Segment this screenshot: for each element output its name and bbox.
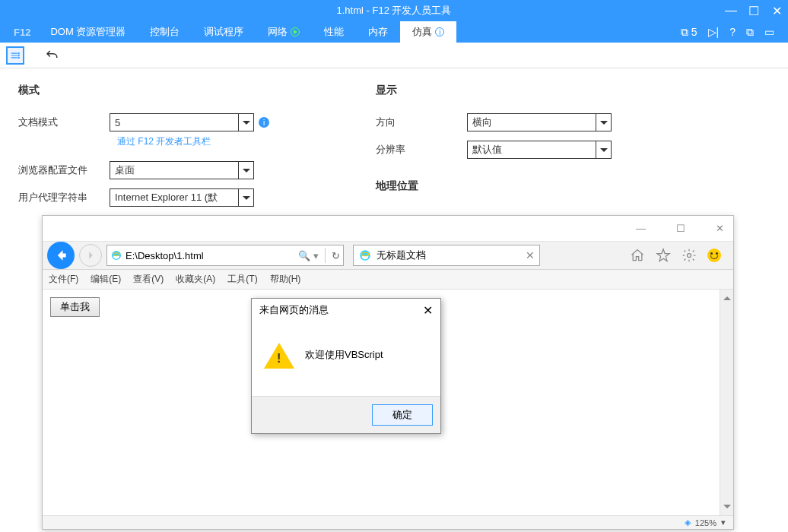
chevron-down-icon [596,114,611,131]
chevron-down-icon [238,189,253,206]
menu-file[interactable]: 文件(F) [49,273,78,286]
tab-emulation-label: 仿真 [412,25,432,39]
alert-titlebar: 来自网页的消息 ✕ [252,299,440,321]
minimize-icon[interactable]: — [636,223,646,234]
chevron-down-icon [238,114,253,131]
zoom-dropdown-icon[interactable]: ▾ [721,518,726,527]
ie-statusbar: ◈ 125% ▾ [43,515,733,529]
tab-debugger[interactable]: 调试程序 [192,21,256,43]
console-shortcut-icon[interactable]: ▷| [708,26,720,38]
tab-performance[interactable]: 性能 [312,21,356,43]
emulation-panel: 模式 文档模式 5 i 通过 F12 开发者工具栏 浏览器配置文件 桌面 用户代… [0,68,788,230]
display-column: 显示 方向 横向 分辨率 默认值 地理位置 [376,84,612,215]
ie-logo-icon [358,249,372,262]
svg-point-0 [18,52,20,53]
back-button[interactable] [47,242,75,269]
tab-console[interactable]: 控制台 [138,21,192,43]
undo-icon[interactable] [43,46,61,65]
browser-profile-select[interactable]: 桌面 [110,161,254,179]
browser-profile-value: 桌面 [115,163,135,177]
close-icon[interactable]: ✕ [765,0,788,21]
scroll-down-icon[interactable] [720,502,733,515]
menu-edit[interactable]: 编辑(E) [91,273,121,286]
doc-mode-label: 文档模式 [18,116,110,129]
menu-view[interactable]: 查看(V) [133,273,164,286]
home-icon[interactable] [630,248,645,263]
svg-point-1 [18,54,20,55]
menu-favorites[interactable]: 收藏夹(A) [176,273,215,286]
ua-select[interactable]: Internet Explorer 11 (默 [110,188,254,207]
svg-point-7 [688,254,691,258]
address-text: E:\Desktop\1.html [126,250,295,261]
ie-right-icons [630,248,729,263]
zoom-target-icon[interactable]: ◈ [685,518,691,527]
alert-close-icon[interactable]: ✕ [423,303,433,318]
devtools-title: 1.html - F12 开发人员工具 [337,4,452,17]
forward-button[interactable] [79,244,102,267]
alert-title-text: 来自网页的消息 [259,303,329,317]
doc-mode-hint: 通过 F12 开发者工具栏 [18,135,269,148]
maximize-icon[interactable]: ☐ [676,223,685,234]
menu-tools[interactable]: 工具(T) [227,273,257,286]
scroll-up-icon[interactable] [720,290,733,303]
resolution-label: 分辨率 [376,143,467,157]
mode-section-title: 模式 [18,84,269,97]
settings-toggle-icon[interactable] [6,46,24,65]
tab-f12[interactable]: F12 [6,21,38,43]
minimize-icon[interactable]: — [720,0,742,21]
tab-network-label: 网络 [268,25,288,39]
devtools-titlebar: 1.html - F12 开发人员工具 — ☐ ✕ [0,0,788,21]
tab-memory[interactable]: 内存 [356,21,400,43]
feedback-icon[interactable] [707,249,721,262]
orientation-select[interactable]: 横向 [467,113,612,131]
info-icon[interactable]: i [259,117,269,128]
play-icon [291,27,300,36]
doc-mode-select[interactable]: 5 [110,113,254,131]
alert-message: 欢迎使用VBScript [305,348,383,362]
ua-label: 用户代理字符串 [18,191,110,204]
unpin-icon[interactable]: ⧉ [746,26,754,39]
devtools-right-icons: ⧉ 5 ▷| ? ⧉ ▭ [681,21,782,43]
resolution-select[interactable]: 默认值 [467,141,612,159]
orientation-label: 方向 [376,116,467,129]
svg-point-2 [18,56,20,58]
mode-column: 模式 文档模式 5 i 通过 F12 开发者工具栏 浏览器配置文件 桌面 用户代… [18,84,269,215]
gear-icon[interactable] [682,248,697,263]
alert-dialog: 来自网页的消息 ✕ 欢迎使用VBScript 确定 [251,298,441,434]
tab-dom-explorer[interactable]: DOM 资源管理器 [38,21,138,43]
ie-menubar: 文件(F) 编辑(E) 查看(V) 收藏夹(A) 工具(T) 帮助(H) [43,270,733,290]
screens-icon[interactable]: ⧉ 5 [681,26,697,39]
alert-ok-button[interactable]: 确定 [372,404,433,426]
zoom-level: 125% [695,518,717,527]
tab-emulation[interactable]: 仿真 i [400,21,456,43]
browser-profile-label: 浏览器配置文件 [18,163,110,177]
search-icon[interactable]: 🔍 [298,250,310,261]
orientation-value: 横向 [472,116,492,129]
favorites-icon[interactable] [656,248,671,263]
maximize-icon[interactable]: ☐ [742,0,765,21]
menu-help[interactable]: 帮助(H) [270,273,301,286]
chevron-down-icon [238,162,253,179]
devtools-toolbar [0,43,788,68]
devtools-window-controls: — ☐ ✕ [720,0,788,21]
resolution-value: 默认值 [472,143,502,157]
address-bar[interactable]: E:\Desktop\1.html 🔍 ▾ ↻ [106,245,344,266]
tab-close-icon[interactable]: ✕ [526,249,535,261]
dock-icon[interactable]: ▭ [764,26,774,38]
help-icon[interactable]: ? [729,26,736,38]
chevron-down-icon [596,141,611,158]
ie-logo-icon [110,249,122,261]
tab-title: 无标题文档 [377,249,426,262]
info-icon: i [435,27,444,36]
ua-value: Internet Explorer 11 (默 [115,191,218,204]
tab-strip: 无标题文档 ✕ [353,245,540,266]
tab-network[interactable]: 网络 [256,21,312,43]
browser-tab[interactable]: 无标题文档 ✕ [353,245,540,266]
vertical-scrollbar[interactable] [720,290,733,515]
refresh-icon[interactable]: ↻ [332,250,340,261]
geo-section-title: 地理位置 [376,179,612,193]
alert-footer: 确定 [252,396,440,433]
page-click-button[interactable]: 单击我 [50,297,100,317]
ie-titlebar: — ☐ ✕ [43,216,733,241]
close-icon[interactable]: ✕ [716,223,724,234]
